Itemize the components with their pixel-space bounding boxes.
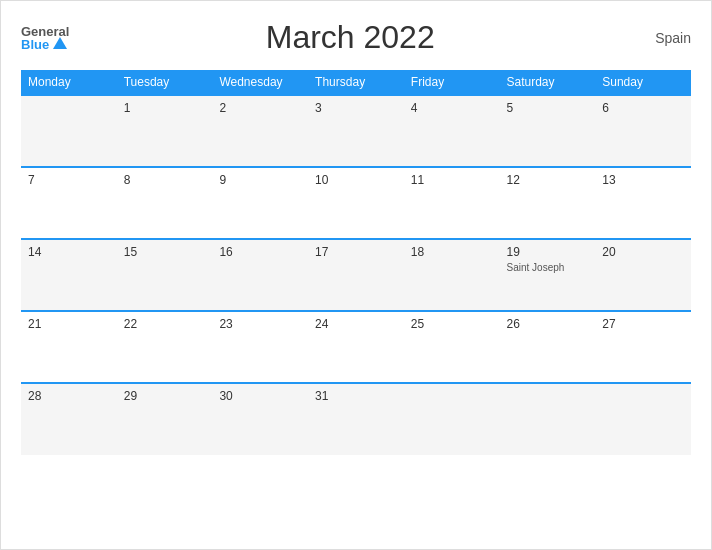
- weekday-header-monday: Monday: [21, 70, 117, 95]
- calendar-cell: 1: [117, 95, 213, 167]
- calendar-cell: 29: [117, 383, 213, 455]
- calendar-cell: 5: [500, 95, 596, 167]
- day-number: 19: [507, 245, 589, 259]
- calendar-cell: 7: [21, 167, 117, 239]
- weekday-header-friday: Friday: [404, 70, 500, 95]
- day-number: 13: [602, 173, 684, 187]
- day-number: 2: [219, 101, 301, 115]
- week-row-2: 78910111213: [21, 167, 691, 239]
- day-number: 8: [124, 173, 206, 187]
- logo: General Blue: [21, 25, 69, 51]
- day-number: 20: [602, 245, 684, 259]
- day-number: 29: [124, 389, 206, 403]
- calendar-cell: 16: [212, 239, 308, 311]
- day-number: 14: [28, 245, 110, 259]
- calendar-thead: MondayTuesdayWednesdayThursdayFridaySatu…: [21, 70, 691, 95]
- calendar-cell: 11: [404, 167, 500, 239]
- day-number: 21: [28, 317, 110, 331]
- day-number: 26: [507, 317, 589, 331]
- calendar-cell: [595, 383, 691, 455]
- calendar-cell: 23: [212, 311, 308, 383]
- calendar-cell: 26: [500, 311, 596, 383]
- calendar-table: MondayTuesdayWednesdayThursdayFridaySatu…: [21, 70, 691, 455]
- calendar-cell: 18: [404, 239, 500, 311]
- day-number: 11: [411, 173, 493, 187]
- day-number: 18: [411, 245, 493, 259]
- day-number: 3: [315, 101, 397, 115]
- weekday-header-row: MondayTuesdayWednesdayThursdayFridaySatu…: [21, 70, 691, 95]
- calendar-cell: 22: [117, 311, 213, 383]
- day-number: 31: [315, 389, 397, 403]
- day-number: 22: [124, 317, 206, 331]
- day-number: 7: [28, 173, 110, 187]
- calendar-cell: 25: [404, 311, 500, 383]
- calendar-cell: 9: [212, 167, 308, 239]
- calendar-cell: 4: [404, 95, 500, 167]
- calendar-cell: 21: [21, 311, 117, 383]
- day-number: 1: [124, 101, 206, 115]
- calendar-cell: 15: [117, 239, 213, 311]
- calendar-cell: 20: [595, 239, 691, 311]
- calendar-cell: 31: [308, 383, 404, 455]
- logo-blue-text: Blue: [21, 38, 49, 51]
- calendar-cell: 13: [595, 167, 691, 239]
- day-number: 30: [219, 389, 301, 403]
- calendar-cell: 27: [595, 311, 691, 383]
- day-number: 27: [602, 317, 684, 331]
- weekday-header-wednesday: Wednesday: [212, 70, 308, 95]
- day-number: 9: [219, 173, 301, 187]
- weekday-header-tuesday: Tuesday: [117, 70, 213, 95]
- logo-general-text: General: [21, 25, 69, 38]
- day-number: 5: [507, 101, 589, 115]
- week-row-5: 28293031: [21, 383, 691, 455]
- calendar-cell: 10: [308, 167, 404, 239]
- day-number: 25: [411, 317, 493, 331]
- calendar-cell: 17: [308, 239, 404, 311]
- calendar-header: General Blue March 2022 Spain: [21, 19, 691, 56]
- day-number: 23: [219, 317, 301, 331]
- day-number: 4: [411, 101, 493, 115]
- weekday-header-sunday: Sunday: [595, 70, 691, 95]
- day-event: Saint Joseph: [507, 262, 589, 273]
- day-number: 10: [315, 173, 397, 187]
- calendar-cell: 8: [117, 167, 213, 239]
- calendar-cell: 2: [212, 95, 308, 167]
- calendar-cell: 30: [212, 383, 308, 455]
- logo-triangle-icon: [53, 37, 67, 49]
- calendar-cell: 28: [21, 383, 117, 455]
- day-number: 24: [315, 317, 397, 331]
- weekday-header-saturday: Saturday: [500, 70, 596, 95]
- calendar-tbody: 12345678910111213141516171819Saint Josep…: [21, 95, 691, 455]
- week-row-3: 141516171819Saint Joseph20: [21, 239, 691, 311]
- calendar-cell: 12: [500, 167, 596, 239]
- day-number: 17: [315, 245, 397, 259]
- calendar-cell: 3: [308, 95, 404, 167]
- day-number: 15: [124, 245, 206, 259]
- calendar-title: March 2022: [69, 19, 631, 56]
- calendar-cell: 19Saint Joseph: [500, 239, 596, 311]
- week-row-1: 123456: [21, 95, 691, 167]
- weekday-header-thursday: Thursday: [308, 70, 404, 95]
- calendar-country: Spain: [631, 30, 691, 46]
- calendar-cell: [404, 383, 500, 455]
- calendar-container: General Blue March 2022 Spain MondayTues…: [0, 0, 712, 550]
- day-number: 28: [28, 389, 110, 403]
- logo-blue-row: Blue: [21, 38, 69, 51]
- calendar-cell: 24: [308, 311, 404, 383]
- week-row-4: 21222324252627: [21, 311, 691, 383]
- day-number: 6: [602, 101, 684, 115]
- day-number: 16: [219, 245, 301, 259]
- day-number: 12: [507, 173, 589, 187]
- calendar-cell: 6: [595, 95, 691, 167]
- calendar-cell: [500, 383, 596, 455]
- calendar-cell: [21, 95, 117, 167]
- calendar-cell: 14: [21, 239, 117, 311]
